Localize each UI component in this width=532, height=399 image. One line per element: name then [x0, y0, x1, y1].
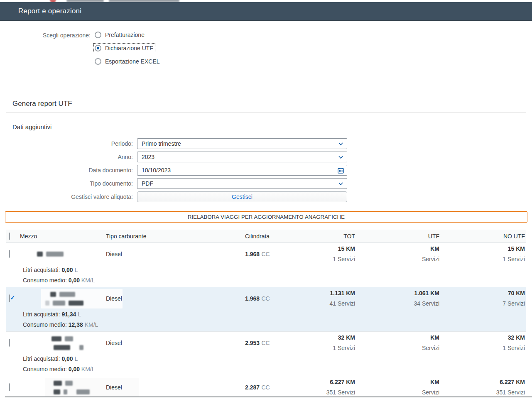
consumo-value: 12,38 — [69, 321, 83, 328]
chevron-down-icon[interactable] — [338, 181, 343, 186]
radio-label: Esportazione EXCEL — [105, 58, 160, 65]
col-header-tot: TOT — [291, 230, 358, 243]
vehicle-name-redacted — [37, 252, 106, 257]
fuel-type: Diesel — [106, 384, 245, 391]
data-documento-value: 10/10/2023 — [142, 167, 171, 174]
tot-km: 1.131 KM — [291, 288, 355, 299]
col-header-mezzo: Mezzo — [20, 230, 106, 243]
row-checkbox[interactable] — [9, 383, 10, 391]
radio-icon[interactable] — [95, 58, 101, 65]
col-header-utf: UTF — [358, 230, 442, 243]
row-details: Litri acquistati: 0,00 L Consumo medio: … — [6, 353, 526, 376]
chevron-down-icon[interactable] — [338, 154, 343, 160]
tot-servizi: 1 Servizi — [291, 343, 355, 353]
vehicle-name-redacted — [37, 336, 106, 350]
cilindrata-value: 2.287 — [245, 384, 260, 391]
noutf-servizi: 7 Servizi — [442, 299, 525, 309]
tipo-documento-value: PDF — [142, 180, 153, 187]
noutf-km: 32 KM — [442, 333, 525, 343]
radio-prefatturazione[interactable]: Prefatturazione — [94, 30, 146, 39]
page-header: Report e operazioni — [0, 2, 532, 21]
logo-text-redacted — [109, 0, 179, 2]
noutf-km: 6.227 KM — [442, 377, 525, 387]
row-checkbox[interactable] — [9, 250, 10, 258]
table-row[interactable]: Diesel 2.287 CC 6.227 KM351 Servizi KMSe… — [6, 376, 526, 398]
utf-servizi: Servizi — [358, 343, 439, 353]
section-title: Genera report UTF — [12, 100, 72, 108]
tipo-documento-select[interactable]: PDF — [137, 178, 347, 189]
data-documento-label: Data documento: — [17, 165, 137, 176]
noutf-servizi: 1 Servizi — [442, 343, 525, 353]
radio-label: Prefatturazione — [105, 32, 145, 38]
table-header-row: Mezzo Tipo carburante Cilindrata TOT UTF… — [6, 230, 526, 243]
noutf-servizi: 1 Servizi — [442, 254, 525, 264]
fuel-type: Diesel — [106, 251, 245, 257]
litri-value: 91,34 — [61, 311, 76, 318]
consumo-value: 0,00 — [69, 277, 80, 284]
table-row[interactable]: Diesel 1.968 CC 1.131 KM41 Servizi 1.061… — [6, 287, 526, 332]
row-details: Litri acquistati: 0,00 L Consumo medio: … — [6, 264, 526, 287]
table-row[interactable]: Diesel 2.953 CC 32 KM1 Servizi KMServizi… — [6, 332, 526, 376]
table-bottom-border — [5, 397, 532, 397]
row-checkbox[interactable] — [9, 339, 10, 347]
col-header-cilindrata: Cilindrata — [245, 230, 291, 243]
operation-group-label: Scegli operazione: — [17, 32, 91, 39]
anno-label: Anno: — [17, 152, 137, 162]
radio-esportazione-excel[interactable]: Esportazione EXCEL — [94, 57, 162, 66]
litri-value: 0,00 — [61, 267, 73, 273]
anno-select[interactable]: 2023 — [137, 152, 347, 162]
chevron-down-icon[interactable] — [338, 141, 343, 147]
gestisci-button[interactable]: Gestisci — [137, 191, 347, 202]
row-details: Litri acquistati: 91,34 L Consumo medio:… — [6, 309, 526, 331]
noutf-km: 70 KM — [442, 288, 525, 299]
col-header-no-utf: NO UTF — [442, 230, 526, 243]
periodo-select[interactable]: Primo trimestre — [137, 138, 347, 149]
cilindrata-value: 2.953 — [245, 340, 260, 346]
utf-km: 1.061 KM — [358, 288, 439, 299]
radio-label: Dichiarazione UTF — [105, 45, 153, 51]
noutf-km: 15 KM — [442, 244, 525, 254]
consumo-value: 0,00 — [69, 366, 80, 372]
fuel-type: Diesel — [106, 295, 245, 302]
utf-km: KM — [358, 377, 439, 387]
logo-text-redacted — [66, 0, 104, 2]
tot-km: 32 KM — [291, 333, 355, 343]
fuel-type: Diesel — [106, 340, 245, 346]
vehicles-table: Mezzo Tipo carburante Cilindrata TOT UTF… — [6, 230, 526, 398]
utf-servizi: Servizi — [358, 254, 439, 264]
section-divider — [6, 113, 526, 113]
tot-servizi: 41 Servizi — [291, 299, 355, 309]
rielabora-viaggi-button[interactable]: RIELABORA VIAGGI PER AGGIORNAMENTO ANAGR… — [5, 211, 527, 223]
select-all-checkbox[interactable] — [9, 233, 10, 240]
data-documento-input[interactable]: 10/10/2023 — [137, 165, 347, 176]
page-title: Report e operazioni — [18, 7, 81, 15]
radio-icon[interactable] — [95, 32, 101, 38]
report-operations-page: Report e operazioni Scegli operazione: P… — [0, 0, 532, 399]
litri-value: 0,00 — [61, 355, 73, 362]
utf-servizi: 34 Servizi — [358, 299, 439, 309]
tipo-documento-label: Tipo documento: — [17, 178, 137, 189]
cilindrata-value: 1.968 — [245, 295, 260, 302]
subsection-title: Dati aggiuntivi — [12, 123, 51, 130]
tot-km: 6.227 KM — [291, 377, 355, 387]
radio-selected-icon[interactable] — [95, 45, 101, 51]
periodo-label: Periodo: — [17, 138, 137, 149]
table-row[interactable]: Diesel 1.968 CC 15 KM1 Servizi KMServizi… — [6, 243, 526, 287]
calendar-icon[interactable] — [338, 167, 344, 174]
radio-dichiarazione-utf[interactable]: Dichiarazione UTF — [94, 44, 155, 53]
row-checkbox[interactable] — [9, 294, 10, 302]
cilindrata-value: 1.968 — [245, 251, 260, 257]
aliquota-label: Gestisci valore aliquota: — [17, 191, 137, 202]
tot-km: 15 KM — [291, 244, 355, 254]
col-header-tipo-carburante: Tipo carburante — [106, 230, 245, 243]
anno-value: 2023 — [142, 154, 154, 160]
utf-km: KM — [358, 244, 439, 254]
utf-km: KM — [358, 333, 439, 343]
tot-servizi: 1 Servizi — [291, 254, 355, 264]
periodo-value: Primo trimestre — [142, 140, 181, 147]
